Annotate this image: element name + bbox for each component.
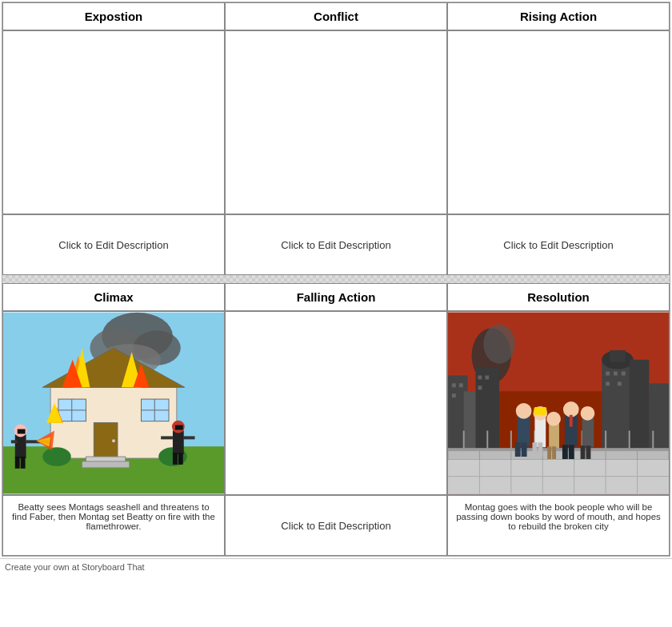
svg-rect-53	[452, 393, 456, 397]
svg-rect-113	[586, 445, 591, 459]
header-falling-action: Falling Action	[225, 283, 447, 311]
header-expostion: Expostion	[2, 2, 225, 30]
svg-point-93	[516, 403, 532, 419]
svg-rect-55	[485, 376, 489, 380]
header-resolution: Resolution	[447, 283, 670, 311]
svg-rect-35	[173, 431, 184, 455]
svg-rect-99	[532, 442, 537, 457]
svg-rect-74	[448, 460, 669, 493]
image-rising-action[interactable]	[447, 30, 670, 214]
storyboard-grid: Expostion Conflict Rising Action Click t…	[2, 2, 670, 557]
svg-rect-33	[15, 457, 20, 469]
svg-rect-108	[562, 445, 568, 459]
svg-rect-34	[21, 457, 26, 469]
desc-climax[interactable]: Beatty sees Montags seashell and threate…	[2, 495, 225, 556]
svg-rect-101	[549, 423, 559, 449]
svg-rect-103	[547, 446, 551, 459]
resolution-svg	[448, 312, 669, 494]
svg-rect-107	[570, 415, 573, 427]
svg-rect-59	[610, 350, 626, 362]
header-climax: Climax	[2, 283, 225, 311]
footer: Create your own at Storyboard That	[0, 558, 672, 575]
desc-rising-action[interactable]: Click to Edit Description	[447, 214, 670, 275]
svg-rect-67	[448, 450, 669, 460]
image-climax[interactable]	[2, 311, 225, 495]
svg-rect-37	[175, 425, 183, 430]
svg-rect-94	[515, 442, 521, 457]
desc-conflict[interactable]: Click to Edit Description	[225, 214, 447, 275]
svg-rect-62	[622, 372, 626, 376]
climax-svg	[3, 312, 224, 494]
svg-rect-64	[618, 381, 622, 385]
svg-rect-92	[518, 415, 530, 446]
svg-rect-41	[183, 436, 195, 439]
svg-rect-54	[478, 376, 482, 380]
row-separator	[2, 275, 670, 283]
svg-rect-100	[538, 442, 542, 457]
svg-rect-61	[614, 372, 618, 376]
svg-rect-28	[15, 434, 26, 458]
svg-rect-109	[569, 445, 574, 459]
svg-rect-51	[452, 383, 456, 387]
desc-expostion[interactable]: Click to Edit Description	[2, 214, 225, 275]
svg-rect-56	[478, 385, 482, 389]
svg-rect-60	[606, 372, 610, 376]
svg-point-111	[581, 406, 595, 421]
svg-point-47	[483, 324, 514, 363]
svg-rect-40	[161, 436, 173, 439]
svg-rect-98	[534, 407, 546, 415]
svg-rect-65	[630, 360, 650, 462]
image-conflict[interactable]	[225, 30, 447, 214]
svg-point-26	[42, 447, 70, 466]
svg-rect-39	[178, 453, 183, 465]
image-expostion[interactable]	[2, 30, 225, 214]
svg-point-102	[546, 412, 561, 426]
header-rising-action: Rising Action	[447, 2, 670, 30]
svg-rect-95	[522, 442, 527, 457]
svg-rect-32	[11, 440, 18, 443]
header-conflict: Conflict	[225, 2, 447, 30]
svg-rect-30	[18, 429, 26, 434]
svg-rect-104	[552, 446, 556, 459]
svg-point-9	[112, 439, 115, 442]
svg-rect-38	[173, 453, 178, 465]
svg-point-106	[563, 401, 579, 417]
svg-rect-112	[581, 445, 586, 459]
image-resolution[interactable]	[447, 311, 670, 495]
svg-rect-52	[459, 383, 463, 387]
svg-rect-25	[82, 461, 130, 468]
desc-resolution[interactable]: Montag goes with the book people who wil…	[447, 495, 670, 556]
svg-rect-110	[582, 417, 594, 447]
desc-falling-action[interactable]: Click to Edit Description	[225, 495, 447, 556]
image-falling-action[interactable]	[225, 311, 447, 495]
svg-rect-63	[606, 381, 610, 385]
